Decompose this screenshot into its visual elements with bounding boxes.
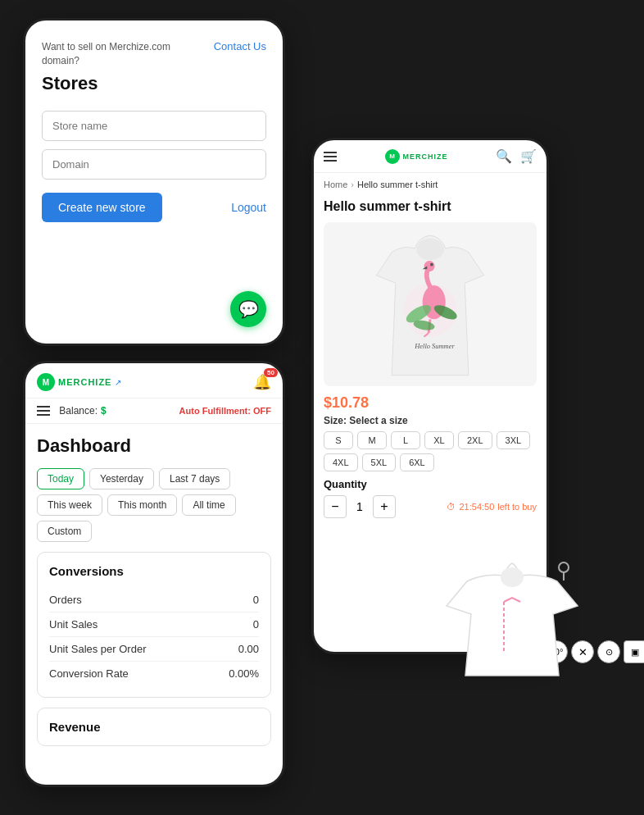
product-logo-text: MERCHIZE [403, 153, 448, 161]
chat-fab-stores[interactable]: 💬 [230, 291, 266, 327]
breadcrumb-separator: › [351, 180, 354, 189]
conv-rate-value: 0.00% [229, 667, 259, 680]
contact-us-link[interactable]: Contact Us [214, 40, 266, 52]
size-m[interactable]: M [357, 431, 387, 449]
logo-text: MERCHIZE [58, 377, 111, 387]
svg-point-3 [424, 261, 435, 271]
size-6xl[interactable]: 6XL [400, 453, 434, 471]
external-link-icon[interactable]: ↗ [115, 378, 121, 387]
filter-all-time[interactable]: All time [182, 494, 235, 516]
balance-value: $ [101, 405, 107, 417]
conv-orders-value: 0 [253, 594, 259, 606]
conversions-card: Conversions Orders 0 Unit Sales 0 Unit S… [37, 552, 271, 698]
filter-last7days[interactable]: Last 7 days [159, 468, 230, 489]
stores-title: Stores [42, 73, 266, 94]
product-logo: M MERCHIZE [385, 149, 448, 164]
filter-today[interactable]: Today [37, 468, 84, 489]
conv-unit-sales-per-order-label: Unit Sales per Order [49, 643, 147, 655]
size-s[interactable]: S [324, 431, 353, 449]
svg-point-0 [416, 239, 444, 260]
svg-text:Hello Summer: Hello Summer [414, 342, 455, 350]
tshirt-svg: Hello Summer [369, 226, 492, 382]
size-select-text: Select a size [349, 415, 407, 426]
auto-fulfill-label: Auto Fulfillment: [179, 406, 251, 416]
breadcrumb-current: Hello summer t-shirt [357, 180, 438, 189]
quantity-decrease[interactable]: − [324, 495, 347, 518]
timer-label: left to buy [497, 502, 537, 512]
tshirt-design-svg [442, 561, 582, 684]
timer-icon: ⏱ [447, 502, 456, 512]
create-store-button[interactable]: Create new store [42, 193, 162, 222]
timer-value: 21:54:50 [459, 502, 494, 512]
floating-tshirt [442, 561, 582, 684]
countdown-timer: ⏱ 21:54:50 left to buy [447, 502, 537, 512]
dashboard-phone: M MERCHIZE ↗ 🔔 50 Balance: $ Auto Fulfil… [23, 361, 285, 787]
breadcrumb: Home › Hello summer t-shirt [314, 173, 546, 196]
product-logo-icon: M [385, 149, 400, 164]
filter-row-3: Custom [37, 521, 271, 542]
balance-info: Balance: $ [37, 405, 107, 417]
domain-input[interactable] [42, 149, 266, 180]
dashboard-title: Dashboard [37, 435, 271, 457]
conv-unit-sales-per-order-value: 0.00 [238, 643, 259, 655]
cart-icon[interactable]: 🛒 [520, 148, 537, 164]
quantity-label: Quantity [314, 478, 546, 495]
product-title: Hello summer t-shirt [314, 196, 546, 222]
filter-row-2: This week This month All time [37, 494, 271, 516]
stores-phone: Want to sell on Merchize.com domain? Con… [23, 18, 285, 346]
size-4xl[interactable]: 4XL [324, 453, 358, 471]
breadcrumb-home[interactable]: Home [324, 180, 347, 189]
revenue-title: Revenue [49, 720, 259, 734]
revenue-section: Revenue [37, 708, 271, 746]
svg-point-9 [501, 567, 524, 587]
notification-bell[interactable]: 🔔 50 [253, 373, 271, 391]
auto-fulfillment: Auto Fulfillment: OFF [179, 406, 271, 416]
filter-yesterday[interactable]: Yesterday [89, 468, 154, 489]
conv-orders-label: Orders [49, 594, 82, 606]
conv-orders-row: Orders 0 [49, 588, 259, 612]
wash-icon-4: ▣ [624, 640, 644, 663]
size-5xl[interactable]: 5XL [362, 453, 397, 471]
product-hamburger[interactable] [324, 152, 337, 162]
size-xl[interactable]: XL [424, 431, 454, 449]
size-label-text: Size: [324, 415, 349, 426]
dashboard-logo: M MERCHIZE ↗ [37, 373, 121, 391]
stores-header-text: Want to sell on Merchize.com domain? [42, 40, 181, 68]
wash-icon-3: ⊙ [597, 640, 620, 663]
chat-icon: 💬 [238, 299, 259, 319]
size-l[interactable]: L [391, 431, 420, 449]
hamburger-menu[interactable] [37, 406, 50, 416]
conv-unit-sales-value: 0 [253, 618, 259, 631]
search-icon[interactable]: 🔍 [496, 148, 512, 164]
size-3xl[interactable]: 3XL [497, 431, 531, 449]
filter-row-1: Today Yesterday Last 7 days [37, 468, 271, 489]
size-2xl[interactable]: 2XL [458, 431, 492, 449]
svg-point-10 [559, 562, 569, 572]
notification-badge: 50 [264, 368, 278, 377]
conv-rate-label: Conversion Rate [49, 667, 129, 680]
logo-icon: M [37, 373, 55, 391]
svg-point-4 [430, 263, 433, 266]
product-image: Hello Summer [324, 222, 537, 386]
store-name-input[interactable] [42, 111, 266, 141]
conversions-title: Conversions [49, 564, 259, 578]
conv-unit-sales-per-order-row: Unit Sales per Order 0.00 [49, 637, 259, 662]
filter-this-month[interactable]: This month [107, 494, 177, 516]
size-label: Size: Select a size [314, 415, 546, 431]
balance-label: Balance: [59, 405, 98, 417]
product-price: $10.78 [314, 386, 546, 415]
size-options: S M L XL 2XL 3XL 4XL 5XL 6XL [314, 431, 546, 478]
auto-fulfill-value: OFF [253, 406, 271, 416]
filter-custom[interactable]: Custom [37, 521, 92, 542]
conv-unit-sales-label: Unit Sales [49, 618, 98, 631]
quantity-value: 1 [356, 500, 363, 513]
conv-unit-sales-row: Unit Sales 0 [49, 612, 259, 637]
quantity-controls: − 1 + [324, 495, 396, 518]
logout-link[interactable]: Logout [231, 201, 266, 214]
filter-this-week[interactable]: This week [37, 494, 102, 516]
quantity-increase[interactable]: + [373, 495, 396, 518]
conv-rate-row: Conversion Rate 0.00% [49, 662, 259, 685]
quantity-row: − 1 + ⏱ 21:54:50 left to buy [314, 495, 546, 525]
